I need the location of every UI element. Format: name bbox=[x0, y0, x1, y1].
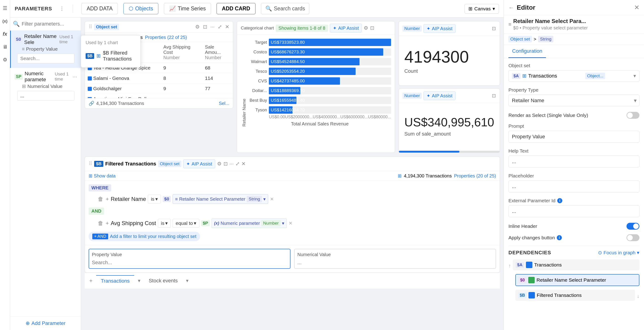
object-set-selector[interactable]: $A ⊞ Transactions Object... ▾ bbox=[508, 70, 640, 82]
apply-changes-label: Apply changes button bbox=[508, 235, 555, 240]
param-item-retailer[interactable]: S0 Retailer Name Sele Used 1 time ≡ Prop… bbox=[10, 30, 81, 68]
dep-up-arrow-transactions[interactable]: ↑ bbox=[508, 263, 511, 269]
settings-icon[interactable]: ⚙ bbox=[2, 56, 9, 64]
monitor-icon[interactable]: 🖥 bbox=[2, 43, 9, 51]
property-type-select[interactable]: Retailer Name bbox=[508, 94, 640, 106]
filter-settings-icon[interactable]: ⚙ bbox=[217, 161, 222, 167]
add-card-button[interactable]: ADD CARD bbox=[216, 3, 256, 14]
editor-close-button[interactable]: ✕ bbox=[634, 4, 640, 11]
add-filter-button[interactable]: + AND Add a filter to limit your resulti… bbox=[88, 232, 200, 241]
filter-fullscreen-icon[interactable]: ⤢ bbox=[236, 161, 240, 167]
search-cards-input[interactable]: 🔍 Search cards bbox=[261, 3, 310, 14]
breadcrumb-string[interactable]: String bbox=[538, 36, 553, 42]
chart-expand-icon[interactable]: ⊡ bbox=[370, 25, 374, 31]
filter2-delete-icon[interactable]: 🗑 bbox=[98, 220, 103, 226]
params-menu-icon[interactable]: ⋮ bbox=[60, 6, 64, 12]
placeholder-input[interactable] bbox=[508, 180, 640, 192]
tooltip-item-filtered[interactable]: $B ⊞ $B Filtered Transactions bbox=[81, 47, 140, 65]
gear-icon[interactable]: ⚙ bbox=[195, 24, 200, 30]
dep-down-arrow-filtered[interactable]: ↓ bbox=[637, 293, 640, 299]
plus-icon[interactable]: + bbox=[89, 278, 92, 284]
focus-graph-button[interactable]: ⊙ Focus in graph ▾ bbox=[598, 250, 640, 256]
filter-aip-button[interactable]: ✦ AIP Assist bbox=[183, 160, 215, 168]
col-sale: Sale Amou...Number bbox=[202, 42, 233, 63]
table-row[interactable]: Appetizer - Mini Egg Roll, Shrim11129.6 bbox=[85, 94, 233, 98]
breadcrumb-object-set[interactable]: Object set bbox=[508, 36, 532, 42]
function-icon[interactable]: fx bbox=[2, 30, 9, 38]
tab-chevron-stock[interactable]: ▾ bbox=[186, 278, 188, 284]
apply-changes-toggle[interactable] bbox=[626, 234, 640, 241]
param-search-input-numeric[interactable] bbox=[17, 91, 74, 100]
filter-add-icon[interactable]: + bbox=[106, 196, 109, 202]
sales-more-icon[interactable]: ⊡ bbox=[492, 93, 496, 98]
objects-button[interactable]: ⬡ Objects bbox=[123, 3, 158, 14]
filter-delete-icon[interactable]: 🗑 bbox=[98, 196, 103, 202]
menu-icon[interactable]: ☰ bbox=[2, 4, 9, 12]
ext-param-info-icon[interactable]: i bbox=[557, 198, 562, 203]
canvas-chevron-icon: ▾ bbox=[492, 6, 495, 12]
sales-aip-button[interactable]: ✦ AIP Assist bbox=[424, 91, 456, 100]
time-series-button[interactable]: 📈 Time Series bbox=[164, 3, 211, 14]
filter-param-2[interactable]: (x) Numeric parameter Number ▾ bbox=[212, 218, 287, 228]
editor-param-subtitle: $0 • Property value select parameter bbox=[513, 25, 588, 30]
objects-icon: ⬡ bbox=[129, 6, 133, 12]
bar-track: US$16559485.40 bbox=[269, 97, 391, 104]
apply-changes-info-icon[interactable]: i bbox=[557, 235, 562, 240]
obj-set-chevron[interactable]: ▾ bbox=[634, 73, 636, 79]
sales-progress-bar bbox=[399, 151, 500, 152]
filter-row-1: 🗑 + Retailer Name is ▾ $0 bbox=[88, 194, 496, 204]
tab-configuration[interactable]: Configuration bbox=[508, 45, 546, 58]
table-row[interactable]: Goldschalger977 bbox=[85, 84, 233, 94]
bar-label: Best Buy bbox=[248, 98, 267, 103]
obj-set-chip[interactable]: Object... bbox=[585, 73, 605, 79]
left-sidebar: ☰ (x) fx 🖥 ⚙ bbox=[0, 0, 10, 330]
tab-transactions[interactable]: Transactions bbox=[96, 275, 134, 286]
add-parameter-button[interactable]: ⊕ Add Parameter bbox=[10, 316, 81, 330]
table-row[interactable]: Salami - Genova8114 bbox=[85, 73, 233, 84]
numerical-value-input[interactable] bbox=[297, 260, 493, 266]
help-text-input[interactable] bbox=[508, 156, 640, 168]
prompt-input[interactable] bbox=[508, 131, 640, 143]
close-icon[interactable]: ✕ bbox=[225, 24, 229, 30]
filter-expand2-icon[interactable]: ⊡ bbox=[224, 161, 228, 167]
property-value-input[interactable] bbox=[92, 260, 287, 266]
filter-drag-icon: ⠿ bbox=[88, 161, 92, 167]
count-more-icon[interactable]: ⊡ bbox=[492, 26, 496, 31]
add-data-button[interactable]: ADD DATA bbox=[81, 3, 118, 14]
show-data-link[interactable]: ⊞ Show data bbox=[88, 173, 116, 178]
back-button[interactable]: ← bbox=[508, 4, 514, 11]
aip-assist-button[interactable]: ✦ AIP Assist bbox=[330, 24, 362, 32]
filter-op-2b[interactable]: equal to ▾ bbox=[172, 219, 199, 228]
param-search-input-retailer[interactable] bbox=[17, 54, 74, 63]
right-editor-panel: ← Editor ✕ ≡ Retailer Name Select Para..… bbox=[504, 0, 644, 330]
param-item-numeric[interactable]: SP Numeric paramete Used 1 time ··· ⊞ Nu… bbox=[10, 68, 81, 105]
ext-param-input[interactable] bbox=[508, 205, 640, 217]
count-aip-button[interactable]: ✦ AIP Assist bbox=[424, 24, 456, 33]
footer-transactions: 4,194,300 Transactions bbox=[96, 101, 144, 106]
filter-remove-2[interactable]: ✕ bbox=[289, 220, 292, 226]
canvas-button[interactable]: ⊞ Canvas ▾ bbox=[464, 4, 499, 14]
tab-stock-events[interactable]: Stock events bbox=[144, 276, 182, 286]
filter-op-2[interactable]: is ▾ bbox=[158, 219, 171, 228]
filter-op-1[interactable]: is ▾ bbox=[148, 195, 161, 204]
expand-icon[interactable]: ⊡ bbox=[203, 24, 207, 30]
tab-chevron-transactions[interactable]: ▾ bbox=[138, 278, 140, 284]
more-icon[interactable]: ··· bbox=[210, 24, 214, 30]
render-as-select-toggle[interactable] bbox=[626, 112, 640, 119]
filter-close-icon[interactable]: ✕ bbox=[242, 161, 246, 167]
filter-props-link[interactable]: Properties (20 of 25) bbox=[454, 173, 496, 178]
filter-input[interactable] bbox=[22, 21, 85, 27]
chart-settings-icon[interactable]: ⚙ bbox=[364, 25, 368, 31]
inline-header-toggle[interactable] bbox=[626, 223, 640, 230]
fullscreen-icon[interactable]: ⤢ bbox=[218, 24, 222, 30]
filter-op2-chevron: ▾ bbox=[165, 220, 168, 226]
filter-more-icon[interactable]: ··· bbox=[230, 161, 234, 167]
bar-fill: US$52053554.20 bbox=[269, 68, 356, 75]
variable-icon[interactable]: (x) bbox=[2, 18, 9, 25]
filter-x-icon: (x) bbox=[214, 221, 219, 226]
param-dots-icon[interactable]: ··· bbox=[72, 74, 77, 80]
filter2-add-icon[interactable]: + bbox=[106, 220, 109, 226]
filter-param-1[interactable]: ≡ Retailer Name Select Parameter String … bbox=[172, 194, 268, 204]
filter-remove-1[interactable]: ✕ bbox=[270, 196, 274, 202]
properties-link[interactable]: Properties (22 of 25) bbox=[145, 35, 187, 40]
